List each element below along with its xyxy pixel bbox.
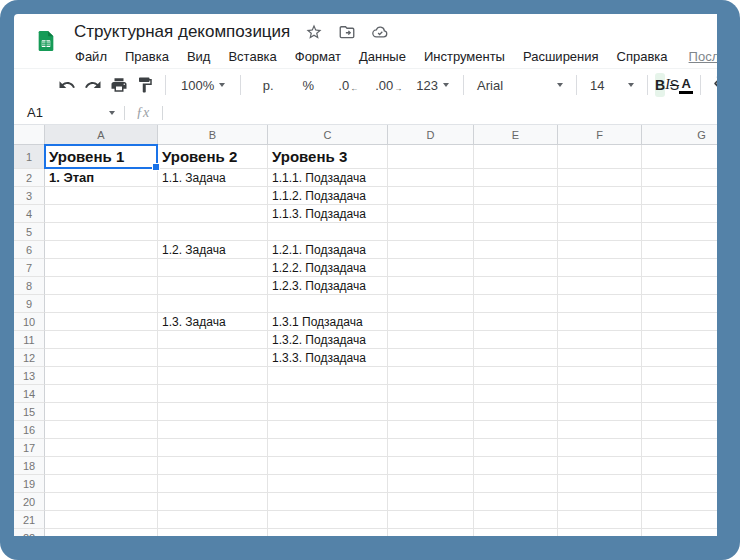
cell-A15[interactable]	[45, 403, 158, 421]
cell-F22[interactable]	[558, 529, 642, 536]
cell-G16[interactable]	[642, 421, 717, 439]
row-header-19[interactable]: 19	[14, 475, 45, 493]
cell-B3[interactable]	[158, 187, 268, 205]
cell-C17[interactable]	[268, 439, 388, 457]
cell-G13[interactable]	[642, 367, 717, 385]
cell-G12[interactable]	[642, 349, 717, 367]
cell-B5[interactable]	[158, 223, 268, 241]
cell-C18[interactable]	[268, 457, 388, 475]
cell-G22[interactable]	[642, 529, 717, 536]
cell-G7[interactable]	[642, 259, 717, 277]
cell-E12[interactable]	[474, 349, 558, 367]
cell-F14[interactable]	[558, 385, 642, 403]
last-edit-link[interactable]: Последнее изменение	[689, 49, 717, 64]
cell-A1[interactable]: Уровень 1	[45, 145, 158, 169]
select-all-corner[interactable]	[14, 125, 45, 145]
cell-B8[interactable]	[158, 277, 268, 295]
cell-E7[interactable]	[474, 259, 558, 277]
cell-E1[interactable]	[474, 145, 558, 169]
cell-E3[interactable]	[474, 187, 558, 205]
cell-D21[interactable]	[388, 511, 474, 529]
cell-F6[interactable]	[558, 241, 642, 259]
cell-B17[interactable]	[158, 439, 268, 457]
cell-F3[interactable]	[558, 187, 642, 205]
row-header-3[interactable]: 3	[14, 187, 45, 205]
cell-A12[interactable]	[45, 349, 158, 367]
cell-F4[interactable]	[558, 205, 642, 223]
cell-B14[interactable]	[158, 385, 268, 403]
cell-D16[interactable]	[388, 421, 474, 439]
redo-button[interactable]	[80, 72, 106, 98]
cell-C10[interactable]: 1.3.1 Подзадача	[268, 313, 388, 331]
star-icon[interactable]	[305, 23, 323, 41]
cell-E22[interactable]	[474, 529, 558, 536]
cell-G11[interactable]	[642, 331, 717, 349]
column-header-G[interactable]: G	[642, 125, 717, 145]
cell-E16[interactable]	[474, 421, 558, 439]
cell-A22[interactable]	[45, 529, 158, 536]
cell-F10[interactable]	[558, 313, 642, 331]
cell-C11[interactable]: 1.3.2. Подзадача	[268, 331, 388, 349]
font-family-select[interactable]: Arial	[471, 72, 569, 98]
cell-A6[interactable]	[45, 241, 158, 259]
row-header-21[interactable]: 21	[14, 511, 45, 529]
row-header-16[interactable]: 16	[14, 421, 45, 439]
cell-C1[interactable]: Уровень 3	[268, 145, 388, 169]
row-header-8[interactable]: 8	[14, 277, 45, 295]
cell-F12[interactable]	[558, 349, 642, 367]
row-header-20[interactable]: 20	[14, 493, 45, 511]
cell-D22[interactable]	[388, 529, 474, 536]
column-header-B[interactable]: B	[158, 125, 268, 145]
cell-D19[interactable]	[388, 475, 474, 493]
cell-A3[interactable]	[45, 187, 158, 205]
cell-D7[interactable]	[388, 259, 474, 277]
menu-item-5[interactable]: Формат	[286, 49, 350, 64]
cell-G1[interactable]	[642, 145, 717, 169]
cell-E17[interactable]	[474, 439, 558, 457]
cell-A11[interactable]	[45, 331, 158, 349]
cell-A9[interactable]	[45, 295, 158, 313]
cell-C13[interactable]	[268, 367, 388, 385]
cell-C6[interactable]: 1.2.1. Подзадача	[268, 241, 388, 259]
cell-C22[interactable]	[268, 529, 388, 536]
paint-format-button[interactable]	[132, 72, 158, 98]
row-header-2[interactable]: 2	[14, 169, 45, 187]
cell-B9[interactable]	[158, 295, 268, 313]
row-header-5[interactable]: 5	[14, 223, 45, 241]
cell-B12[interactable]	[158, 349, 268, 367]
cell-E4[interactable]	[474, 205, 558, 223]
cell-C4[interactable]: 1.1.3. Подзадача	[268, 205, 388, 223]
cell-E20[interactable]	[474, 493, 558, 511]
cell-D20[interactable]	[388, 493, 474, 511]
cell-E14[interactable]	[474, 385, 558, 403]
percent-format-button[interactable]: %	[288, 72, 328, 98]
row-header-1[interactable]: 1	[14, 145, 45, 169]
cell-B18[interactable]	[158, 457, 268, 475]
cell-C12[interactable]: 1.3.3. Подзадача	[268, 349, 388, 367]
cell-E2[interactable]	[474, 169, 558, 187]
cell-D6[interactable]	[388, 241, 474, 259]
row-header-12[interactable]: 12	[14, 349, 45, 367]
cell-D17[interactable]	[388, 439, 474, 457]
row-header-15[interactable]: 15	[14, 403, 45, 421]
strikethrough-button[interactable]: S	[670, 73, 679, 97]
cell-G15[interactable]	[642, 403, 717, 421]
cell-D14[interactable]	[388, 385, 474, 403]
menu-item-7[interactable]: Инструменты	[415, 49, 514, 64]
cell-F19[interactable]	[558, 475, 642, 493]
cell-D10[interactable]	[388, 313, 474, 331]
cell-G20[interactable]	[642, 493, 717, 511]
currency-format-button[interactable]: р.	[248, 72, 288, 98]
cell-B7[interactable]	[158, 259, 268, 277]
row-header-7[interactable]: 7	[14, 259, 45, 277]
cell-B6[interactable]: 1.2. Задача	[158, 241, 268, 259]
cell-E5[interactable]	[474, 223, 558, 241]
fill-color-button[interactable]	[708, 72, 717, 98]
fill-handle[interactable]	[152, 163, 160, 171]
cell-D5[interactable]	[388, 223, 474, 241]
cell-F20[interactable]	[558, 493, 642, 511]
cell-E11[interactable]	[474, 331, 558, 349]
more-formats-button[interactable]: 123	[409, 72, 456, 98]
cell-C16[interactable]	[268, 421, 388, 439]
cell-A7[interactable]	[45, 259, 158, 277]
